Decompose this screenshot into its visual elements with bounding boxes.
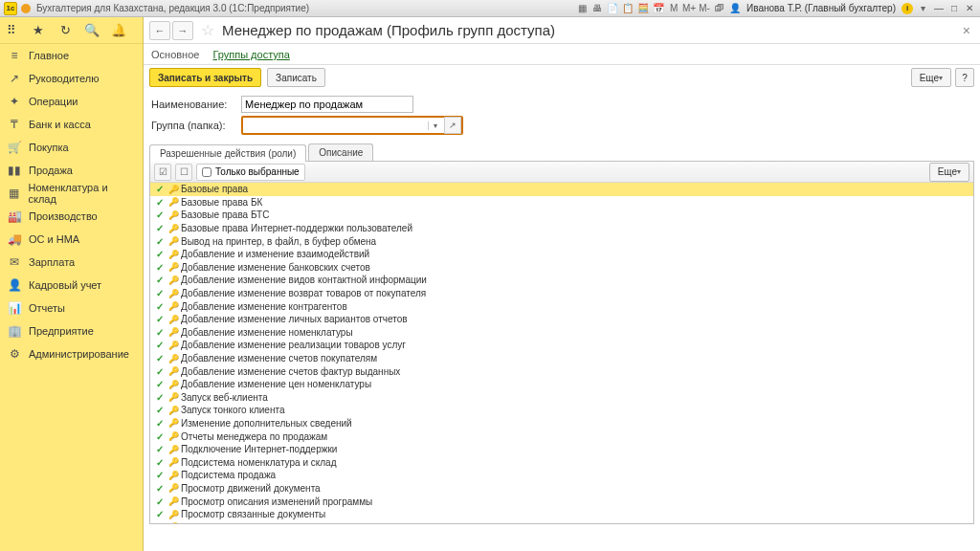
group-input[interactable] xyxy=(246,118,428,133)
check-icon: ✓ xyxy=(156,340,166,350)
role-row[interactable]: ✓🔑Добавление изменение видов контактной … xyxy=(150,274,973,287)
tab-description[interactable]: Описание xyxy=(308,143,373,161)
help-button[interactable]: ? xyxy=(955,68,974,87)
sidebar-item[interactable]: 🚚ОС и НМА xyxy=(0,228,143,251)
key-icon: 🔑 xyxy=(168,431,178,441)
sidebar-item[interactable]: ✦Операции xyxy=(0,90,143,113)
dropdown-icon[interactable]: ▾ xyxy=(916,2,929,15)
role-row[interactable]: ✓🔑Просмотр движений документа xyxy=(150,482,973,496)
clipboard-icon[interactable]: 📋 xyxy=(621,2,635,15)
role-row[interactable]: ✓🔑Базовые права БТС xyxy=(150,209,973,222)
sidebar-item[interactable]: ▮▮Продажа xyxy=(0,159,143,182)
role-row[interactable]: ✓🔑Базовые права xyxy=(150,183,973,196)
sidebar-item[interactable]: 🏢Предприятие xyxy=(0,320,143,342)
sidebar-item[interactable]: 🏭Производство xyxy=(0,205,143,228)
minimize-icon[interactable]: — xyxy=(932,2,946,15)
uncheck-all-button[interactable]: ☐ xyxy=(175,164,192,181)
m-minus-icon[interactable]: M- xyxy=(698,2,711,15)
name-label: Наименование: xyxy=(151,99,241,110)
role-row[interactable]: ✓🔑Добавление изменение реализации товаро… xyxy=(150,339,973,352)
only-selected-checkbox[interactable]: Только выбранные xyxy=(196,164,305,181)
roles-more-button[interactable]: Еще xyxy=(929,163,969,182)
sidebar-item[interactable]: 👤Кадровый учет xyxy=(0,274,143,297)
tab-roles[interactable]: Разрешенные действия (роли) xyxy=(149,144,306,162)
check-all-button[interactable]: ☑ xyxy=(154,164,171,181)
sidebar-item[interactable]: ✉Зарплата xyxy=(0,251,143,274)
role-row[interactable]: ✓🔑Добавление и изменение взаимодействий xyxy=(150,248,973,261)
star-icon[interactable]: ★ xyxy=(31,23,46,38)
group-label: Группа (папка): xyxy=(151,120,241,131)
sidebar-item[interactable]: ▦Номенклатура и склад xyxy=(0,182,143,205)
sidebar: ⠿ ★ ↻ 🔍 🔔 ≡Главное ↗Руководителю ✦Операц… xyxy=(0,17,144,551)
role-row[interactable]: ✓🔑Подсистема номенклатура и склад xyxy=(150,455,973,469)
search-icon[interactable]: 🔍 xyxy=(84,23,100,38)
role-label: Изменение дополнительных сведений xyxy=(181,418,352,429)
print-icon[interactable]: 🖶 xyxy=(590,2,604,15)
name-input[interactable] xyxy=(241,96,413,113)
role-row[interactable]: ✓🔑Сохранение данных пользователя xyxy=(150,520,973,523)
role-row[interactable]: ✓🔑Просмотр связанные документы xyxy=(150,508,973,521)
role-row[interactable]: ✓🔑Добавление изменение личных вариантов … xyxy=(150,313,973,326)
role-row[interactable]: ✓🔑Просмотр описания изменений программы xyxy=(150,495,973,508)
role-row[interactable]: ✓🔑Изменение дополнительных сведений xyxy=(150,417,973,430)
close-icon[interactable]: ✕ xyxy=(963,2,976,15)
doc-icon[interactable]: 📄 xyxy=(606,2,619,15)
sidebar-item[interactable]: ⚙Администрирование xyxy=(0,342,143,365)
favorite-star-icon[interactable]: ☆ xyxy=(201,21,214,39)
m-icon[interactable]: M xyxy=(667,2,680,15)
role-row[interactable]: ✓🔑Добавление изменение контрагентов xyxy=(150,299,973,313)
role-row[interactable]: ✓🔑Добавление изменение счетов покупателя… xyxy=(150,352,973,365)
form-fields: Наименование: Группа (папка): ▾ ↗ xyxy=(144,90,980,140)
calc-icon[interactable]: 🧮 xyxy=(636,2,650,15)
detail-tabs: Разрешенные действия (роли) Описание xyxy=(144,140,980,161)
check-icon: ✓ xyxy=(156,353,166,364)
bell-icon[interactable]: 🔔 xyxy=(111,23,126,38)
role-row[interactable]: ✓🔑Запуск веб-клиента xyxy=(150,391,973,405)
tab-main[interactable]: Основное xyxy=(151,49,199,64)
command-bar: Записать и закрыть Записать Еще ? xyxy=(144,65,980,90)
roles-list[interactable]: ✓🔑Базовые права✓🔑Базовые права БК✓🔑Базов… xyxy=(150,183,973,523)
role-row[interactable]: ✓🔑Добавление изменение банковских счетов xyxy=(150,261,973,275)
sidebar-item[interactable]: ≡Главное xyxy=(0,44,143,67)
more-button[interactable]: Еще xyxy=(911,68,951,87)
m-plus-icon[interactable]: M+ xyxy=(682,2,696,15)
save-button[interactable]: Записать xyxy=(267,68,325,87)
save-close-button[interactable]: Записать и закрыть xyxy=(149,68,261,87)
role-row[interactable]: ✓🔑Подключение Интернет-поддержки xyxy=(150,443,973,456)
sidebar-item[interactable]: 📊Отчеты xyxy=(0,297,143,320)
sidebar-item[interactable]: ↗Руководителю xyxy=(0,67,143,90)
check-icon: ✓ xyxy=(156,379,166,389)
role-label: Добавление изменение счетов покупателям xyxy=(181,353,377,364)
maximize-icon[interactable]: □ xyxy=(947,2,961,15)
role-row[interactable]: ✓🔑Базовые права БК xyxy=(150,196,973,209)
key-icon: 🔑 xyxy=(168,366,178,376)
apps-icon[interactable]: ⠿ xyxy=(4,23,19,38)
group-open-icon[interactable]: ↗ xyxy=(444,117,461,134)
only-selected-input[interactable] xyxy=(202,167,212,177)
role-row[interactable]: ✓🔑Добавление изменение счетов фактур выд… xyxy=(150,364,973,378)
calendar-icon[interactable]: 📅 xyxy=(652,2,665,15)
role-row[interactable]: ✓🔑Добавление изменение номенклатуры xyxy=(150,326,973,340)
close-page-button[interactable]: × xyxy=(959,21,974,40)
current-user[interactable]: Иванова Т.Р. (Главный бухгалтер) xyxy=(746,3,896,13)
role-row[interactable]: ✓🔑Вывод на принтер, в файл, в буфер обме… xyxy=(150,234,973,248)
check-icon: ✓ xyxy=(156,522,166,523)
tab-groups[interactable]: Группы доступа xyxy=(212,49,289,64)
group-dropdown-icon[interactable]: ▾ xyxy=(428,121,441,130)
info-icon[interactable]: i xyxy=(902,3,913,14)
forward-button[interactable]: → xyxy=(172,21,193,40)
sidebar-item[interactable]: 🛒Покупка xyxy=(0,136,143,159)
role-row[interactable]: ✓🔑Базовые права Интернет-поддержки польз… xyxy=(150,222,973,235)
role-row[interactable]: ✓🔑Подсистема продажа xyxy=(150,469,973,482)
search-doc-icon[interactable]: 🗊 xyxy=(713,2,726,15)
tb-icon[interactable]: ▦ xyxy=(575,2,589,15)
key-icon: 🔑 xyxy=(168,392,178,402)
back-button[interactable]: ← xyxy=(149,21,170,40)
role-row[interactable]: ✓🔑Добавление изменение цен номенклатуры xyxy=(150,378,973,391)
role-row[interactable]: ✓🔑Отчеты менеджера по продажам xyxy=(150,430,973,443)
history-icon[interactable]: ↻ xyxy=(57,23,73,38)
role-row[interactable]: ✓🔑Добавление изменение возврат товаров о… xyxy=(150,287,973,300)
menu-icon: ▦ xyxy=(8,187,21,200)
role-row[interactable]: ✓🔑Запуск тонкого клиента xyxy=(150,404,973,417)
sidebar-item[interactable]: ₸Банк и касса xyxy=(0,113,143,136)
